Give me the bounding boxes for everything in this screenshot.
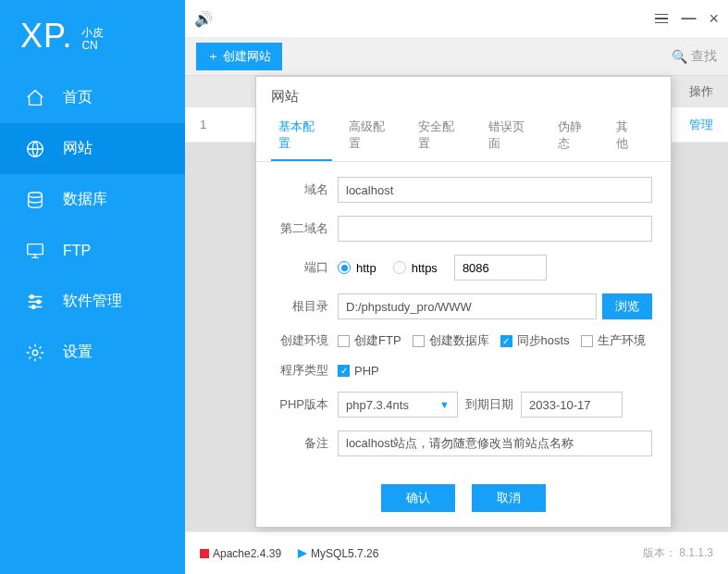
- ftp-checkbox[interactable]: 创建FTP: [338, 332, 401, 349]
- dialog-actions: 确认 取消: [256, 473, 671, 527]
- sidebar-item-label: 首页: [63, 88, 93, 107]
- tab-error[interactable]: 错误页面: [481, 111, 542, 161]
- domain-label: 域名: [275, 181, 338, 198]
- dialog-tabs: 基本配置 高级配置 安全配置 错误页面 伪静态 其他: [256, 111, 671, 162]
- svg-point-1: [29, 192, 43, 197]
- footer: Apache2.4.39 MySQL5.7.26 版本： 8.1.1.3: [185, 531, 728, 574]
- sidebar-item-software[interactable]: 软件管理: [0, 276, 185, 327]
- sidebar-item-database[interactable]: 数据库: [0, 174, 185, 225]
- tab-advanced[interactable]: 高级配置: [341, 111, 402, 161]
- ok-button[interactable]: 确认: [381, 484, 455, 512]
- port-label: 端口: [275, 259, 338, 276]
- toolbar: ＋ 创建网站 🔍 查找: [185, 37, 728, 76]
- manage-link[interactable]: 管理: [689, 117, 713, 133]
- hosts-checkbox[interactable]: ✓同步hosts: [500, 332, 570, 349]
- play-icon: [298, 549, 307, 558]
- database-icon: [24, 189, 46, 211]
- svg-point-5: [31, 305, 35, 308]
- menu-icon[interactable]: [655, 14, 668, 24]
- monitor-icon: [24, 240, 46, 262]
- sidebar-item-settings[interactable]: 设置: [0, 327, 185, 378]
- svg-point-6: [32, 350, 38, 356]
- sidebar-item-label: FTP: [63, 243, 91, 259]
- http-label: http: [356, 261, 376, 275]
- browse-button[interactable]: 浏览: [602, 293, 652, 319]
- minimize-button[interactable]: —: [681, 10, 696, 27]
- sliders-icon: [24, 291, 46, 313]
- logo-text: XP.: [20, 17, 72, 56]
- create-label: 创建网站: [223, 48, 271, 65]
- sidebar-item-label: 网站: [63, 139, 93, 158]
- sidebar-item-label: 软件管理: [63, 292, 122, 311]
- note-label: 备注: [275, 435, 338, 452]
- domain-input[interactable]: [338, 177, 652, 203]
- version-info: 版本： 8.1.1.3: [643, 545, 713, 561]
- env-label: 创建环境: [275, 332, 338, 349]
- caret-down-icon: ▼: [439, 399, 450, 410]
- close-button[interactable]: ×: [709, 9, 719, 29]
- https-radio[interactable]: https: [393, 261, 438, 275]
- globe-icon: [24, 138, 46, 160]
- logo: XP. 小皮 CN: [0, 0, 185, 72]
- speaker-icon: 🔊: [194, 10, 213, 28]
- search-icon: 🔍: [672, 49, 687, 64]
- expire-input[interactable]: [521, 392, 623, 418]
- sidebar-item-website[interactable]: 网站: [0, 123, 185, 174]
- tab-basic[interactable]: 基本配置: [271, 111, 332, 161]
- sidebar-item-label: 数据库: [63, 190, 107, 209]
- checkbox-icon: [338, 335, 350, 347]
- search-link[interactable]: 🔍 查找: [672, 48, 717, 65]
- phpver-label: PHP版本: [275, 396, 338, 413]
- http-radio[interactable]: http: [338, 261, 376, 275]
- db-checkbox[interactable]: 创建数据库: [413, 332, 489, 349]
- mysql-label: MySQL5.7.26: [311, 547, 378, 560]
- dialog-title: 网站: [256, 77, 671, 111]
- tab-rewrite[interactable]: 伪静态: [550, 111, 599, 161]
- logo-sub1: 小皮: [81, 26, 104, 39]
- row-index: 1: [200, 118, 206, 131]
- sidebar: XP. 小皮 CN 首页 网站 数据库 FTP: [0, 0, 185, 574]
- checkbox-checked-icon: ✓: [500, 335, 512, 347]
- https-label: https: [412, 261, 438, 275]
- expire-label: 到期日期: [458, 396, 521, 413]
- phpver-value: php7.3.4nts: [346, 398, 409, 412]
- dialog-form: 域名 第二域名 端口 http https 根目录 浏览 创建环境: [256, 162, 671, 473]
- sidebar-item-ftp[interactable]: FTP: [0, 225, 185, 276]
- cancel-button[interactable]: 取消: [472, 484, 546, 512]
- apache-label: Apache2.4.39: [213, 547, 281, 560]
- square-icon: [200, 549, 209, 558]
- create-website-button[interactable]: ＋ 创建网站: [196, 43, 282, 70]
- prod-checkbox[interactable]: 生产环境: [581, 332, 646, 349]
- tab-security[interactable]: 安全配置: [411, 111, 472, 161]
- search-label: 查找: [691, 48, 717, 65]
- gear-icon: [24, 342, 46, 364]
- prog-label: 程序类型: [275, 362, 338, 379]
- mysql-status[interactable]: MySQL5.7.26: [298, 547, 378, 560]
- titlebar: 🔊 — ×: [185, 0, 728, 37]
- port-input[interactable]: [454, 255, 547, 281]
- checkbox-icon: [581, 335, 593, 347]
- sidebar-item-home[interactable]: 首页: [0, 72, 185, 123]
- checkbox-icon: [413, 335, 425, 347]
- sidebar-item-label: 设置: [63, 343, 93, 362]
- logo-sub2: CN: [81, 39, 104, 52]
- plus-icon: ＋: [207, 48, 219, 65]
- svg-point-4: [37, 300, 41, 304]
- th-ops: 操作: [689, 83, 713, 100]
- checkbox-checked-icon: ✓: [338, 365, 350, 377]
- radio-icon: [393, 261, 406, 274]
- domain2-input[interactable]: [338, 216, 652, 242]
- note-input[interactable]: [338, 430, 652, 456]
- root-input[interactable]: [338, 293, 597, 319]
- radio-checked-icon: [338, 261, 351, 274]
- svg-rect-2: [28, 243, 43, 254]
- home-icon: [24, 87, 46, 109]
- svg-point-3: [31, 294, 34, 298]
- domain2-label: 第二域名: [275, 220, 338, 237]
- root-label: 根目录: [275, 298, 338, 315]
- website-dialog: 网站 基本配置 高级配置 安全配置 错误页面 伪静态 其他 域名 第二域名 端口…: [255, 76, 672, 528]
- php-checkbox[interactable]: ✓PHP: [338, 364, 379, 378]
- phpver-select[interactable]: php7.3.4nts ▼: [338, 392, 458, 418]
- apache-status[interactable]: Apache2.4.39: [200, 547, 281, 560]
- tab-other[interactable]: 其他: [609, 111, 647, 161]
